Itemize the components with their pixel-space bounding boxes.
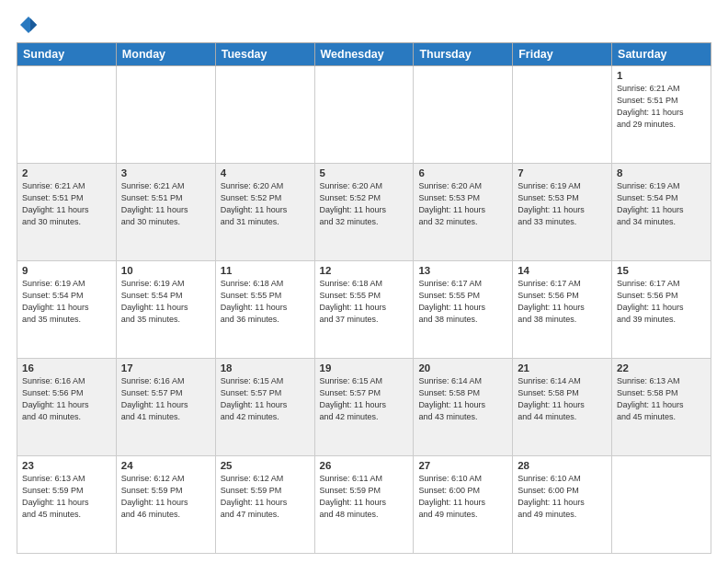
day-number: 11 <box>221 265 310 276</box>
day-info: Sunrise: 6:15 AM Sunset: 5:57 PM Dayligh… <box>221 375 310 423</box>
day-number: 8 <box>617 167 706 178</box>
day-cell <box>414 66 513 164</box>
day-cell <box>612 456 711 554</box>
week-row-2: 2Sunrise: 6:21 AM Sunset: 5:51 PM Daylig… <box>17 164 711 261</box>
day-info: Sunrise: 6:16 AM Sunset: 5:56 PM Dayligh… <box>22 375 111 423</box>
day-cell <box>116 66 215 164</box>
day-number: 18 <box>221 362 310 373</box>
day-cell: 19Sunrise: 6:15 AM Sunset: 5:57 PM Dayli… <box>314 359 414 456</box>
logo-icon <box>18 15 39 35</box>
day-info: Sunrise: 6:15 AM Sunset: 5:57 PM Dayligh… <box>320 375 409 423</box>
day-number: 24 <box>121 460 210 471</box>
day-info: Sunrise: 6:18 AM Sunset: 5:55 PM Dayligh… <box>320 278 409 326</box>
day-cell: 1Sunrise: 6:21 AM Sunset: 5:51 PM Daylig… <box>612 66 711 164</box>
day-info: Sunrise: 6:20 AM Sunset: 5:53 PM Dayligh… <box>418 180 507 228</box>
day-cell: 13Sunrise: 6:17 AM Sunset: 5:55 PM Dayli… <box>414 261 513 359</box>
header-row: SundayMondayTuesdayWednesdayThursdayFrid… <box>17 43 711 66</box>
day-number: 7 <box>518 167 607 178</box>
day-cell: 21Sunrise: 6:14 AM Sunset: 5:58 PM Dayli… <box>513 359 612 456</box>
day-info: Sunrise: 6:18 AM Sunset: 5:55 PM Dayligh… <box>221 278 310 326</box>
day-info: Sunrise: 6:17 AM Sunset: 5:55 PM Dayligh… <box>418 278 507 326</box>
day-cell: 14Sunrise: 6:17 AM Sunset: 5:56 PM Dayli… <box>513 261 612 359</box>
day-number: 16 <box>22 362 111 373</box>
logo <box>17 15 39 35</box>
week-row-5: 23Sunrise: 6:13 AM Sunset: 5:59 PM Dayli… <box>17 456 711 554</box>
day-info: Sunrise: 6:14 AM Sunset: 5:58 PM Dayligh… <box>418 375 507 423</box>
day-number: 2 <box>22 167 111 178</box>
day-info: Sunrise: 6:16 AM Sunset: 5:57 PM Dayligh… <box>121 375 210 423</box>
day-cell <box>513 66 612 164</box>
day-number: 21 <box>518 362 607 373</box>
day-cell: 6Sunrise: 6:20 AM Sunset: 5:53 PM Daylig… <box>414 164 513 261</box>
day-cell: 2Sunrise: 6:21 AM Sunset: 5:51 PM Daylig… <box>17 164 117 261</box>
day-header-friday: Friday <box>513 43 612 66</box>
day-cell: 11Sunrise: 6:18 AM Sunset: 5:55 PM Dayli… <box>215 261 314 359</box>
day-cell <box>17 66 117 164</box>
day-info: Sunrise: 6:21 AM Sunset: 5:51 PM Dayligh… <box>22 180 111 228</box>
day-cell: 5Sunrise: 6:20 AM Sunset: 5:52 PM Daylig… <box>314 164 414 261</box>
day-info: Sunrise: 6:21 AM Sunset: 5:51 PM Dayligh… <box>617 83 706 131</box>
day-info: Sunrise: 6:19 AM Sunset: 5:54 PM Dayligh… <box>22 278 111 326</box>
day-number: 22 <box>617 362 706 373</box>
day-header-wednesday: Wednesday <box>314 43 414 66</box>
day-cell: 4Sunrise: 6:20 AM Sunset: 5:52 PM Daylig… <box>215 164 314 261</box>
day-cell: 18Sunrise: 6:15 AM Sunset: 5:57 PM Dayli… <box>215 359 314 456</box>
day-header-thursday: Thursday <box>414 43 513 66</box>
day-info: Sunrise: 6:21 AM Sunset: 5:51 PM Dayligh… <box>121 180 210 228</box>
day-cell: 7Sunrise: 6:19 AM Sunset: 5:53 PM Daylig… <box>513 164 612 261</box>
day-cell: 16Sunrise: 6:16 AM Sunset: 5:56 PM Dayli… <box>17 359 117 456</box>
day-cell: 22Sunrise: 6:13 AM Sunset: 5:58 PM Dayli… <box>612 359 711 456</box>
day-cell: 10Sunrise: 6:19 AM Sunset: 5:54 PM Dayli… <box>116 261 215 359</box>
day-number: 17 <box>121 362 210 373</box>
day-info: Sunrise: 6:17 AM Sunset: 5:56 PM Dayligh… <box>617 278 706 326</box>
day-number: 5 <box>320 167 409 178</box>
day-number: 10 <box>121 265 210 276</box>
day-info: Sunrise: 6:14 AM Sunset: 5:58 PM Dayligh… <box>518 375 607 423</box>
day-info: Sunrise: 6:10 AM Sunset: 6:00 PM Dayligh… <box>418 473 507 521</box>
day-cell <box>215 66 314 164</box>
day-header-monday: Monday <box>116 43 215 66</box>
day-number: 1 <box>617 70 706 81</box>
day-header-tuesday: Tuesday <box>215 43 314 66</box>
day-cell: 26Sunrise: 6:11 AM Sunset: 5:59 PM Dayli… <box>314 456 414 554</box>
day-info: Sunrise: 6:20 AM Sunset: 5:52 PM Dayligh… <box>320 180 409 228</box>
day-number: 23 <box>22 460 111 471</box>
day-number: 14 <box>518 265 607 276</box>
day-number: 9 <box>22 265 111 276</box>
day-info: Sunrise: 6:17 AM Sunset: 5:56 PM Dayligh… <box>518 278 607 326</box>
day-info: Sunrise: 6:12 AM Sunset: 5:59 PM Dayligh… <box>121 473 210 521</box>
day-cell: 27Sunrise: 6:10 AM Sunset: 6:00 PM Dayli… <box>414 456 513 554</box>
svg-marker-1 <box>30 18 37 31</box>
day-cell: 8Sunrise: 6:19 AM Sunset: 5:54 PM Daylig… <box>612 164 711 261</box>
day-info: Sunrise: 6:20 AM Sunset: 5:52 PM Dayligh… <box>221 180 310 228</box>
day-cell: 12Sunrise: 6:18 AM Sunset: 5:55 PM Dayli… <box>314 261 414 359</box>
day-info: Sunrise: 6:19 AM Sunset: 5:53 PM Dayligh… <box>518 180 607 228</box>
day-info: Sunrise: 6:11 AM Sunset: 5:59 PM Dayligh… <box>320 473 409 521</box>
day-cell: 15Sunrise: 6:17 AM Sunset: 5:56 PM Dayli… <box>612 261 711 359</box>
day-cell: 17Sunrise: 6:16 AM Sunset: 5:57 PM Dayli… <box>116 359 215 456</box>
day-cell: 3Sunrise: 6:21 AM Sunset: 5:51 PM Daylig… <box>116 164 215 261</box>
day-cell <box>314 66 414 164</box>
day-number: 15 <box>617 265 706 276</box>
day-number: 19 <box>320 362 409 373</box>
day-number: 12 <box>320 265 409 276</box>
day-number: 26 <box>320 460 409 471</box>
day-cell: 28Sunrise: 6:10 AM Sunset: 6:00 PM Dayli… <box>513 456 612 554</box>
day-cell: 9Sunrise: 6:19 AM Sunset: 5:54 PM Daylig… <box>17 261 117 359</box>
week-row-4: 16Sunrise: 6:16 AM Sunset: 5:56 PM Dayli… <box>17 359 711 456</box>
week-row-1: 1Sunrise: 6:21 AM Sunset: 5:51 PM Daylig… <box>17 66 711 164</box>
day-info: Sunrise: 6:12 AM Sunset: 5:59 PM Dayligh… <box>221 473 310 521</box>
calendar-table: SundayMondayTuesdayWednesdayThursdayFrid… <box>17 42 711 554</box>
day-cell: 23Sunrise: 6:13 AM Sunset: 5:59 PM Dayli… <box>17 456 117 554</box>
day-cell: 25Sunrise: 6:12 AM Sunset: 5:59 PM Dayli… <box>215 456 314 554</box>
day-number: 28 <box>518 460 607 471</box>
day-number: 13 <box>418 265 507 276</box>
header <box>17 15 711 35</box>
day-number: 27 <box>418 460 507 471</box>
page: SundayMondayTuesdayWednesdayThursdayFrid… <box>0 0 728 563</box>
day-header-saturday: Saturday <box>612 43 711 66</box>
day-info: Sunrise: 6:13 AM Sunset: 5:58 PM Dayligh… <box>617 375 706 423</box>
day-number: 3 <box>121 167 210 178</box>
day-number: 25 <box>221 460 310 471</box>
day-cell: 20Sunrise: 6:14 AM Sunset: 5:58 PM Dayli… <box>414 359 513 456</box>
